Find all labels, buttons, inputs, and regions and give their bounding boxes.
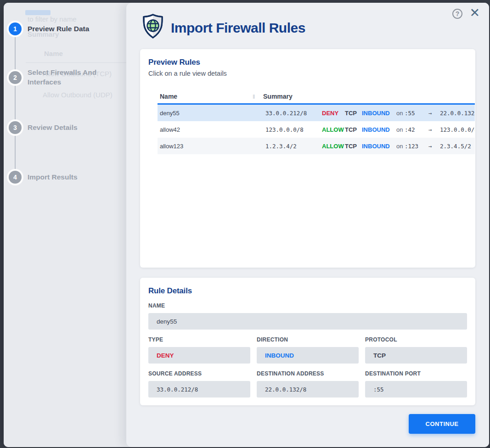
name-field-label: NAME	[148, 302, 467, 309]
source-address-field: 33.0.0.212/8	[148, 381, 250, 398]
continue-button[interactable]: CONTINUE	[409, 414, 475, 434]
direction-field: INBOUND	[257, 347, 359, 364]
table-row-deny55[interactable]: deny55 33.0.0.212/8 DENY TCP INBOUND on …	[158, 105, 475, 121]
rule-source: 33.0.0.212/8	[265, 110, 322, 117]
rule-on-word: on	[396, 110, 405, 117]
rules-table: Name ‖ Summary deny55 33.0.0.212/8 DENY …	[158, 90, 475, 154]
arrow-icon: →	[428, 126, 440, 133]
rule-source: 123.0.0.0/8	[265, 126, 322, 133]
type-field: DENY	[148, 347, 250, 364]
rule-summary-cell: 33.0.0.212/8 DENY TCP INBOUND on :55 → 2…	[265, 110, 475, 117]
preview-rules-subheading: Click on a rule view details	[148, 70, 467, 77]
step-number: 3	[13, 124, 17, 131]
dialog-header: Import Firewall Rules ? ✕	[126, 3, 489, 49]
direction-field-label: DIRECTION	[257, 336, 359, 343]
rule-name-cell: allow123	[158, 143, 265, 150]
rule-action: ALLOW	[322, 143, 345, 150]
ghost-rule-row: Allow Outbound (UDP)	[43, 91, 113, 99]
ghost-divider	[26, 62, 126, 63]
dialog-title: Import Firewall Rules	[171, 20, 305, 36]
step-number: 1	[13, 25, 17, 33]
rule-details-heading: Rule Details	[148, 286, 467, 296]
step-import-results[interactable]: 4 Import Results	[9, 171, 78, 184]
destination-address-field: 22.0.0.132/8	[257, 381, 359, 398]
rule-action: ALLOW	[322, 126, 345, 133]
rule-protocol: TCP	[345, 143, 362, 150]
shield-globe-icon	[141, 13, 164, 39]
table-row-allow42[interactable]: allow42 123.0.0.0/8 ALLOW TCP INBOUND on…	[158, 121, 475, 138]
source-address-field-value: 33.0.0.212/8	[157, 386, 198, 393]
destination-port-field-value: :55	[373, 386, 384, 393]
rule-summary-cell: 1.2.3.4/2 ALLOW TCP INBOUND on :123 → 2.…	[265, 143, 475, 150]
column-resize-handle[interactable]: ‖	[253, 93, 257, 100]
rule-source: 1.2.3.4/2	[265, 143, 322, 150]
source-address-field-label: SOURCE ADDRESS	[148, 370, 250, 377]
column-header-name[interactable]: Name	[158, 93, 253, 100]
step-number: 4	[13, 174, 17, 181]
rule-direction: INBOUND	[362, 126, 396, 133]
protocol-field-label: PROTOCOL	[365, 336, 467, 343]
name-field-value: deny55	[157, 318, 177, 325]
preview-rules-card: Preview Rules Click on a rule view detai…	[140, 49, 475, 268]
protocol-field: TCP	[365, 347, 467, 364]
destination-port-field-label: DESTINATION PORT	[365, 370, 467, 377]
rule-details-card: Rule Details NAME deny55 TYPE DENY DIREC…	[140, 278, 475, 405]
stepper-connector-line	[15, 26, 16, 174]
step-select-firewalls-and-interfaces[interactable]: 2 Select Firewalls And Interfaces	[9, 68, 115, 87]
rule-port: :123	[405, 143, 428, 150]
direction-field-value: INBOUND	[265, 352, 294, 359]
protocol-field-value: TCP	[373, 352, 386, 359]
type-field-label: TYPE	[148, 336, 250, 343]
step-label: Preview Rule Data	[28, 24, 89, 34]
table-row-allow123[interactable]: allow123 1.2.3.4/2 ALLOW TCP INBOUND on …	[158, 138, 475, 154]
arrow-icon: →	[428, 143, 440, 150]
dialog-main-panel: Import Firewall Rules ? ✕ Preview Rules …	[126, 3, 489, 447]
ghost-highlight-pill	[25, 10, 51, 15]
import-firewall-rules-dialog: to filter by name Summary Name Allow Out…	[4, 3, 489, 447]
step-1-badge: 1	[9, 22, 22, 35]
rule-port: :55	[405, 110, 428, 117]
rule-summary-cell: 123.0.0.0/8 ALLOW TCP INBOUND on :42 → 1…	[265, 126, 475, 133]
step-label: Select Firewalls And Interfaces	[28, 68, 115, 87]
preview-rules-heading: Preview Rules	[148, 58, 467, 67]
help-icon[interactable]: ?	[452, 9, 462, 19]
rule-protocol: TCP	[345, 110, 362, 117]
rule-on-word: on	[396, 126, 405, 133]
rule-action: DENY	[322, 110, 345, 117]
step-4-badge: 4	[9, 171, 22, 184]
destination-address-field-label: DESTINATION ADDRESS	[257, 370, 359, 377]
rule-name-cell: allow42	[158, 126, 265, 133]
step-label: Import Results	[28, 173, 78, 182]
rule-direction: INBOUND	[362, 110, 396, 117]
ghost-filter-hint: to filter by name	[28, 15, 77, 23]
step-label: Review Details	[28, 123, 78, 133]
step-review-details[interactable]: 3 Review Details	[9, 121, 78, 134]
type-field-value: DENY	[157, 352, 174, 359]
destination-address-field-value: 22.0.0.132/8	[265, 386, 306, 393]
rule-on-word: on	[396, 143, 405, 150]
step-number: 2	[13, 74, 17, 81]
rule-destination: 2.3.4.5/2	[440, 143, 475, 150]
rule-port: :42	[405, 126, 428, 133]
rule-name-cell: deny55	[158, 110, 265, 117]
rule-protocol: TCP	[345, 126, 362, 133]
rule-destination: 22.0.0.132/8	[440, 110, 475, 117]
rule-direction: INBOUND	[362, 143, 396, 150]
close-icon[interactable]: ✕	[469, 6, 480, 20]
step-3-badge: 3	[9, 121, 22, 134]
step-2-badge: 2	[9, 71, 22, 84]
arrow-icon: →	[428, 110, 440, 117]
ghost-name-header: Name	[44, 50, 63, 57]
step-preview-rule-data[interactable]: 1 Preview Rule Data	[9, 22, 89, 35]
rules-table-header: Name ‖ Summary	[158, 90, 475, 105]
wizard-stepper-sidebar: to filter by name Summary Name Allow Out…	[4, 3, 126, 447]
name-field: deny55	[148, 313, 467, 330]
rule-destination: 123.0.0.0/8	[440, 126, 475, 133]
destination-port-field: :55	[365, 381, 467, 398]
column-header-summary[interactable]: Summary	[263, 93, 293, 100]
